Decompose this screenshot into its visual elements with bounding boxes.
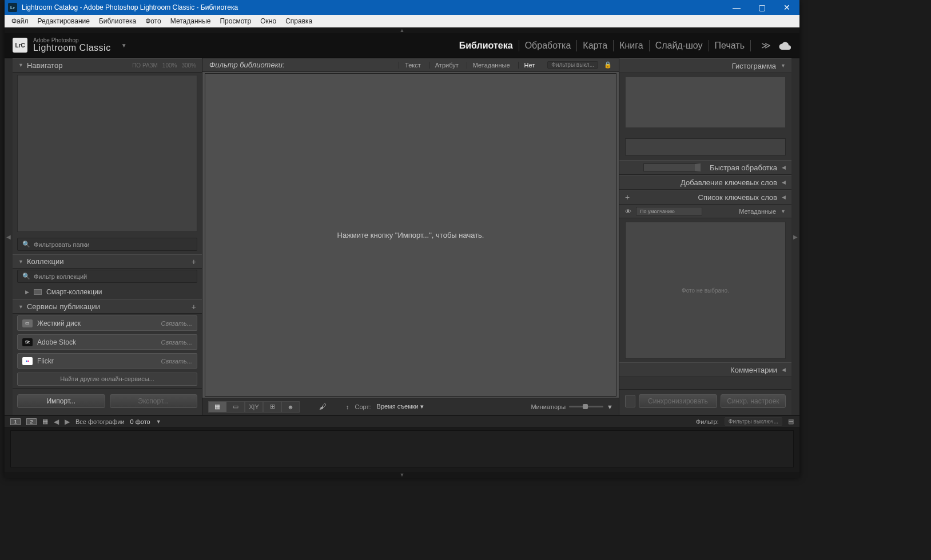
module-chrome: LrC Adobe Photoshop Lightroom Classic ▼ … — [5, 33, 799, 58]
minimize-button[interactable]: — — [724, 0, 749, 15]
chevron-left-icon: ◀ — [782, 179, 786, 185]
publish-setup-link[interactable]: Связать... — [161, 358, 192, 365]
filmstrip-thumbnails[interactable] — [10, 430, 794, 467]
menu-window[interactable]: Окно — [256, 16, 281, 26]
menu-photo[interactable]: Фото — [141, 16, 166, 26]
harddrive-icon: ▭ — [22, 319, 33, 327]
publish-setup-link[interactable]: Связать... — [161, 339, 192, 346]
cloud-sync-icon[interactable] — [779, 42, 791, 50]
publish-header[interactable]: ▼ Сервисы публикации + — [13, 299, 202, 314]
navigator-preview — [17, 75, 197, 232]
zoom-300[interactable]: 300% — [181, 62, 196, 69]
maximize-button[interactable]: ▢ — [749, 0, 774, 15]
filter-metadata[interactable]: Метаданные — [467, 62, 516, 69]
sort-dropdown[interactable]: Время съемки ▾ — [377, 403, 424, 410]
toolbar-menu-icon[interactable]: ▼ — [607, 403, 613, 410]
sync-button[interactable]: Синхронизировать — [639, 394, 717, 408]
add-publish-service-button[interactable]: + — [192, 302, 196, 311]
menu-edit[interactable]: Редактирование — [33, 16, 94, 26]
add-collection-button[interactable]: + — [192, 257, 196, 266]
module-slideshow[interactable]: Слайд-шоу — [655, 41, 703, 51]
lock-icon[interactable]: 🔒 — [604, 61, 612, 69]
view-survey-button[interactable]: ⊞ — [263, 401, 281, 413]
smart-collections-item[interactable]: ▶ Смарт-коллекции — [13, 286, 202, 299]
sort-label: Сорт: — [355, 403, 371, 410]
grid-area[interactable]: Нажмите кнопку "Импорт...", чтобы начать… — [205, 73, 616, 397]
folder-filter-input[interactable]: 🔍 Фильтровать папки — [17, 238, 197, 251]
chevron-left-icon: ◀ — [782, 194, 786, 200]
quick-develop-preset-icon[interactable] — [643, 163, 701, 171]
screen-1-button[interactable]: 1 — [10, 418, 21, 425]
histogram-display — [625, 77, 786, 128]
comments-title: Комментарии — [730, 366, 777, 374]
painter-tool-icon[interactable]: 🖌 — [319, 402, 327, 411]
module-develop[interactable]: Обработка — [525, 41, 571, 51]
navigator-header[interactable]: ▼ Навигатор ПО РАЗМ 100% 300% — [13, 58, 202, 73]
module-overflow-icon[interactable]: ≫ — [761, 40, 771, 51]
module-library[interactable]: Библиотека — [459, 41, 513, 51]
chevron-down-icon: ▼ — [18, 304, 23, 310]
titlebar[interactable]: Lr Lightroom Catalog - Adobe Photoshop L… — [5, 0, 799, 15]
find-more-services-button[interactable]: Найти другие онлайн-сервисы... — [17, 373, 197, 386]
filmstrip-filter-toggle-icon[interactable]: ▤ — [788, 418, 794, 425]
sort-direction-icon[interactable]: ↕ — [346, 403, 349, 410]
grid-shortcut-icon[interactable]: ▦ — [42, 418, 48, 425]
view-compare-button[interactable]: X|Y — [245, 401, 263, 413]
menu-view[interactable]: Просмотр — [215, 16, 256, 26]
breadcrumb[interactable]: Все фотографии — [75, 418, 125, 425]
module-map[interactable]: Карта — [583, 41, 607, 51]
metadata-header[interactable]: 👁 По умолчанию Метаданные ▼ — [619, 205, 791, 218]
view-loupe-button[interactable]: ▭ — [226, 401, 245, 413]
publish-item-harddrive[interactable]: ▭ Жесткий диск Связать... — [17, 315, 197, 331]
export-button[interactable]: Экспорт... — [110, 394, 198, 408]
menu-library[interactable]: Библиотека — [94, 16, 141, 26]
collapse-right-panel[interactable]: ▶ — [791, 58, 799, 415]
eye-icon[interactable]: 👁 — [625, 208, 631, 215]
nav-forward-icon[interactable]: ▶ — [65, 418, 70, 426]
sync-settings-button[interactable]: Синхр. настроек — [721, 394, 786, 408]
close-button[interactable]: ✕ — [774, 0, 799, 15]
photo-count: 0 фото — [130, 418, 150, 425]
filmstrip-filter-preset[interactable]: Фильтры выключ... — [725, 417, 782, 426]
sync-toggle-icon[interactable] — [625, 395, 635, 407]
view-grid-button[interactable]: ▦ — [208, 401, 226, 413]
breadcrumb-dropdown-icon[interactable]: ▼ — [156, 419, 161, 425]
keywording-header[interactable]: Добавление ключевых слов ◀ — [619, 175, 791, 190]
comments-header[interactable]: Комментарии ◀ — [619, 362, 791, 377]
nav-back-icon[interactable]: ◀ — [54, 418, 59, 426]
menu-metadata[interactable]: Метаданные — [166, 16, 216, 26]
zoom-100[interactable]: 100% — [162, 62, 177, 69]
collapse-left-panel[interactable]: ◀ — [5, 58, 13, 415]
menu-file[interactable]: Файл — [7, 16, 33, 26]
filter-none[interactable]: Нет — [518, 62, 541, 69]
publish-item-label: Flickr — [37, 357, 156, 365]
filter-attribute[interactable]: Атрибут — [429, 62, 464, 69]
publish-setup-link[interactable]: Связать... — [161, 320, 192, 327]
empty-library-message: Нажмите кнопку "Импорт...", чтобы начать… — [337, 231, 484, 239]
collections-header[interactable]: ▼ Коллекции + — [13, 254, 202, 269]
publish-item-flickr[interactable]: •• Flickr Связать... — [17, 353, 197, 369]
zoom-fit[interactable]: ПО РАЗМ — [132, 62, 158, 69]
brand[interactable]: LrC Adobe Photoshop Lightroom Classic ▼ — [13, 38, 127, 53]
collection-filter-input[interactable]: 🔍 Фильтр коллекций — [17, 270, 197, 283]
collapse-top-panel[interactable]: ▲ — [5, 27, 799, 33]
module-print[interactable]: Печать — [715, 41, 745, 51]
menu-help[interactable]: Справка — [281, 16, 317, 26]
filter-text[interactable]: Текст — [399, 62, 427, 69]
filter-preset-dropdown[interactable]: Фильтры выкл... — [547, 61, 598, 69]
collection-filter-placeholder: Фильтр коллекций — [34, 273, 87, 280]
add-keyword-icon[interactable]: + — [625, 193, 630, 202]
adobestock-icon: St — [22, 338, 33, 346]
view-people-button[interactable]: ☻ — [281, 401, 300, 413]
module-book[interactable]: Книга — [619, 41, 643, 51]
screen-2-button[interactable]: 2 — [26, 418, 37, 425]
collapse-filmstrip[interactable]: ▼ — [5, 472, 799, 478]
import-button[interactable]: Импорт... — [17, 394, 105, 408]
thumbnail-size-slider[interactable] — [569, 406, 603, 407]
histogram-header[interactable]: Гистограмма ▼ — [619, 58, 791, 73]
keyword-list-header[interactable]: + Список ключевых слов ◀ — [619, 190, 791, 205]
publish-item-adobestock[interactable]: St Adobe Stock Связать... — [17, 334, 197, 350]
quick-develop-header[interactable]: Быстрая обработка ◀ — [619, 160, 791, 175]
identity-plate-dropdown-icon[interactable]: ▼ — [121, 42, 127, 49]
metadata-preset-dropdown[interactable]: По умолчанию — [636, 207, 702, 215]
